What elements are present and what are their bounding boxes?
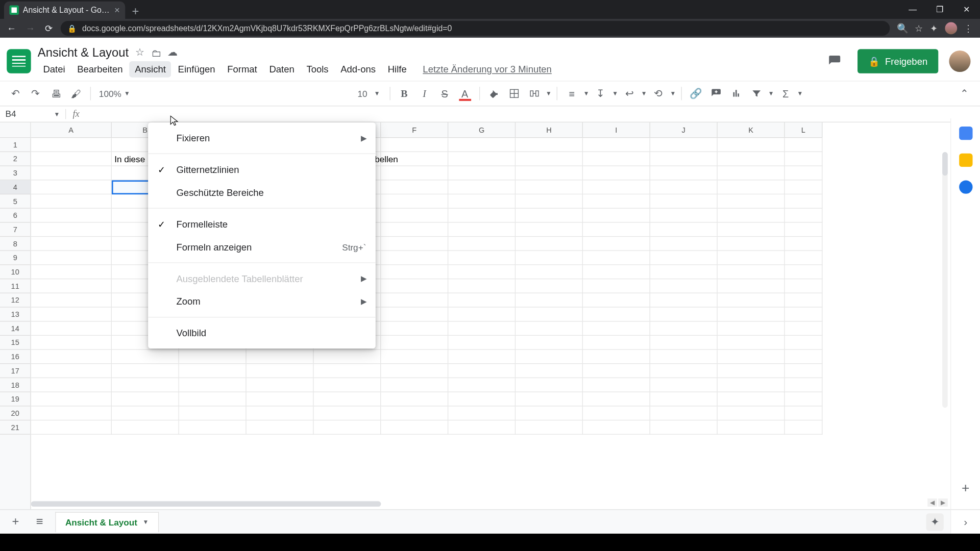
star-bookmark-icon[interactable]: ☆ — [915, 23, 923, 34]
merge-cells-button[interactable] — [525, 85, 543, 102]
menu-bearbeiten[interactable]: Bearbeiten — [72, 61, 128, 77]
cell[interactable] — [381, 321, 448, 336]
fill-color-button[interactable] — [485, 85, 502, 102]
cell[interactable] — [448, 180, 516, 194]
column-header[interactable]: G — [448, 122, 516, 137]
cell[interactable] — [516, 166, 583, 181]
cell[interactable] — [718, 293, 785, 308]
cell[interactable] — [31, 378, 112, 392]
text-rotation-button[interactable]: ⟲ — [650, 85, 667, 102]
cell[interactable] — [718, 251, 785, 265]
cell[interactable] — [448, 378, 516, 392]
font-size-input[interactable]: 10 ▼ — [354, 88, 384, 98]
cell[interactable] — [314, 350, 381, 364]
cell[interactable] — [448, 209, 516, 223]
menu-datei[interactable]: Datei — [38, 61, 70, 77]
row-header[interactable]: 9 — [0, 251, 30, 265]
cell[interactable] — [381, 364, 448, 378]
cell[interactable] — [448, 420, 516, 435]
cell[interactable] — [650, 237, 718, 251]
cell[interactable] — [179, 364, 247, 378]
cell[interactable] — [31, 180, 112, 194]
cell[interactable] — [314, 392, 381, 407]
row-header[interactable]: 4 — [0, 180, 30, 194]
last-edit-link[interactable]: Letzte Änderung vor 3 Minuten — [423, 64, 551, 74]
cloud-status-icon[interactable]: ☁ — [167, 46, 178, 59]
borders-button[interactable] — [505, 85, 523, 102]
cell[interactable] — [112, 364, 179, 378]
cell[interactable] — [718, 237, 785, 251]
forward-button[interactable]: → — [23, 21, 38, 36]
cell[interactable] — [448, 321, 516, 336]
collapse-side-panel-button[interactable]: › — [950, 509, 980, 533]
cell[interactable] — [247, 420, 314, 435]
row-header[interactable]: 6 — [0, 209, 30, 223]
cell[interactable] — [381, 265, 448, 280]
cell[interactable] — [718, 209, 785, 223]
close-tab-icon[interactable]: × — [114, 5, 120, 15]
cell[interactable] — [785, 293, 823, 308]
column-header[interactable]: K — [718, 122, 785, 137]
cell[interactable] — [718, 420, 785, 435]
cell[interactable] — [516, 237, 583, 251]
cell[interactable] — [785, 378, 823, 392]
cell[interactable] — [516, 222, 583, 237]
row-header[interactable]: 14 — [0, 321, 30, 336]
cell[interactable] — [31, 194, 112, 209]
row-headers[interactable]: 123456789101112131415161718192021 — [0, 138, 31, 514]
print-button[interactable]: 🖶 — [47, 85, 64, 102]
cell[interactable] — [448, 251, 516, 265]
cell[interactable] — [516, 209, 583, 223]
row-header[interactable]: 7 — [0, 222, 30, 237]
redo-button[interactable]: ↷ — [27, 85, 44, 102]
cell[interactable] — [718, 166, 785, 181]
menu-daten[interactable]: Daten — [264, 61, 300, 77]
cell[interactable] — [583, 152, 650, 166]
cell[interactable] — [718, 378, 785, 392]
account-avatar[interactable] — [949, 51, 970, 72]
cell[interactable] — [650, 279, 718, 293]
cell[interactable] — [314, 406, 381, 420]
row-header[interactable]: 13 — [0, 308, 30, 322]
cell[interactable] — [31, 364, 112, 378]
cell[interactable] — [31, 336, 112, 350]
keep-icon[interactable] — [959, 154, 972, 167]
row-header[interactable]: 12 — [0, 293, 30, 308]
cell[interactable] — [785, 336, 823, 350]
functions-button[interactable]: Σ — [777, 85, 794, 102]
cell[interactable] — [516, 194, 583, 209]
cell[interactable] — [785, 222, 823, 237]
menu-einfügen[interactable]: Einfügen — [173, 61, 220, 77]
insert-comment-button[interactable] — [707, 85, 725, 102]
cell[interactable] — [785, 209, 823, 223]
cell[interactable] — [583, 279, 650, 293]
cell[interactable] — [583, 378, 650, 392]
address-bar[interactable]: 🔒 docs.google.com/spreadsheets/d/12KXm2A… — [61, 21, 890, 36]
cell[interactable] — [31, 166, 112, 181]
cell[interactable] — [381, 308, 448, 322]
add-sheet-button[interactable]: + — [7, 513, 24, 531]
column-header[interactable]: L — [785, 122, 823, 137]
cell[interactable] — [448, 350, 516, 364]
cell[interactable] — [381, 378, 448, 392]
cell[interactable] — [516, 152, 583, 166]
row-header[interactable]: 16 — [0, 350, 30, 364]
cell[interactable] — [381, 138, 448, 152]
cell[interactable] — [583, 336, 650, 350]
cell[interactable] — [583, 251, 650, 265]
cell[interactable] — [785, 138, 823, 152]
cell[interactable] — [650, 265, 718, 280]
cell[interactable] — [650, 166, 718, 181]
cell[interactable] — [448, 237, 516, 251]
cell[interactable] — [718, 336, 785, 350]
cell[interactable] — [31, 392, 112, 407]
cell[interactable] — [31, 265, 112, 280]
cell[interactable] — [650, 222, 718, 237]
cell[interactable] — [785, 420, 823, 435]
menu-tools[interactable]: Tools — [301, 61, 334, 77]
profile-avatar-icon[interactable] — [945, 22, 957, 35]
row-header[interactable]: 1 — [0, 138, 30, 152]
cell[interactable] — [381, 152, 448, 166]
sheet-tab[interactable]: Ansicht & Layout ▼ — [55, 512, 159, 532]
back-button[interactable]: ← — [4, 21, 19, 36]
